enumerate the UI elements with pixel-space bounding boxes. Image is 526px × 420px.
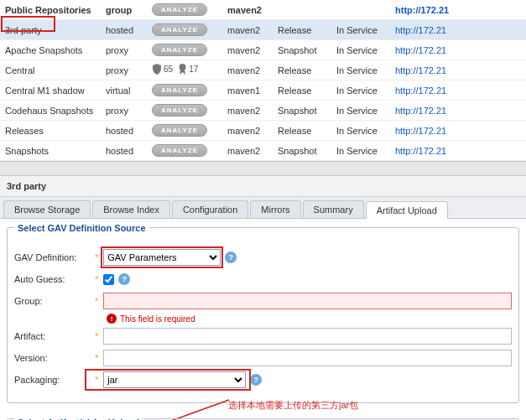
cell-url: http://172.21 <box>390 20 526 40</box>
col-url: http://172.21 <box>390 0 526 20</box>
cell-health: ANALYZE <box>147 121 222 141</box>
cell-type: hosted <box>101 121 147 141</box>
help-icon[interactable]: ? <box>118 273 130 285</box>
tab-browse-index[interactable]: Browse Index <box>92 200 170 218</box>
help-icon[interactable]: ? <box>250 374 262 386</box>
annotation-text: 选择本地需要上传的第三方jar包 <box>228 399 358 412</box>
tab-browse-storage[interactable]: Browse Storage <box>3 200 91 218</box>
gav-definition-label: GAV Definition: <box>14 252 90 262</box>
required-star: * <box>95 375 98 385</box>
repo-url-link[interactable]: http://172.21 <box>395 106 446 116</box>
repo-url-link[interactable]: http://172.21 <box>395 146 446 156</box>
cell-type: hosted <box>101 20 147 40</box>
cell-policy: Release <box>273 60 331 80</box>
cell-policy: Release <box>273 20 331 40</box>
cell-name: Central <box>0 60 101 80</box>
cell-type: proxy <box>101 60 147 80</box>
cell-status: In Service <box>331 141 390 161</box>
repo-url-link[interactable]: http://172.21 <box>395 86 446 96</box>
tab-strip: Browse StorageBrowse IndexConfigurationM… <box>0 197 526 219</box>
cell-type: virtual <box>101 80 147 101</box>
artifact-input[interactable] <box>103 328 512 345</box>
cell-type: hosted <box>101 141 147 161</box>
repo-url-link[interactable]: http://172.21 <box>395 25 446 35</box>
repo-url-link[interactable]: http://172.21 <box>395 126 446 136</box>
group-error: ! This field is required <box>107 314 512 324</box>
gav-definition-select[interactable]: GAV Parameters <box>103 249 221 266</box>
repo-url-link[interactable]: http://172.21 <box>395 65 446 75</box>
cell-policy: Snapshot <box>273 141 331 161</box>
shield-icon: 65 <box>152 64 173 75</box>
group-input[interactable] <box>103 293 512 309</box>
cell-format: maven2 <box>222 20 273 40</box>
cell-format: maven2 <box>222 40 273 60</box>
analyze-button[interactable]: ANALYZE <box>152 3 207 16</box>
gav-fieldset: Select GAV Definition Source GAV Definit… <box>7 227 519 403</box>
ribbon-icon: 17 <box>178 64 198 75</box>
cell-url: http://172.21 <box>390 40 526 60</box>
annotation-arrow <box>147 398 231 420</box>
version-input[interactable] <box>103 350 512 366</box>
cell-status: In Service <box>331 121 390 141</box>
table-row[interactable]: Centralproxy65 17maven2ReleaseIn Service… <box>0 60 526 80</box>
col-format: maven2 <box>222 0 273 20</box>
help-icon[interactable]: ? <box>225 251 237 263</box>
error-text: This field is required <box>120 314 195 324</box>
col-health: ANALYZE <box>147 0 222 20</box>
cell-name: Snapshots <box>0 141 101 161</box>
panel-title: 3rd party <box>0 176 526 197</box>
cell-health: ANALYZE <box>147 101 222 121</box>
col-policy <box>273 0 331 20</box>
repo-url-link[interactable]: http://172.21 <box>395 5 449 15</box>
analyze-button[interactable]: ANALYZE <box>152 23 207 36</box>
auto-guess-checkbox[interactable] <box>103 274 114 285</box>
cell-name: Releases <box>0 121 101 141</box>
cell-status: In Service <box>331 101 390 121</box>
table-row[interactable]: 3rd partyhostedANALYZEmaven2ReleaseIn Se… <box>0 20 526 40</box>
required-star: * <box>95 274 98 284</box>
table-header-row: Public Repositories group ANALYZE maven2… <box>0 0 526 20</box>
version-label: Version: <box>14 353 90 363</box>
table-row[interactable]: ReleaseshostedANALYZEmaven2ReleaseIn Ser… <box>0 121 526 141</box>
analyze-button[interactable]: ANALYZE <box>152 44 207 56</box>
cell-format: maven2 <box>222 101 273 121</box>
table-row[interactable]: Apache SnapshotsproxyANALYZEmaven2Snapsh… <box>0 40 526 60</box>
repositories-table: Public Repositories group ANALYZE maven2… <box>0 0 526 161</box>
cell-policy: Release <box>273 80 331 101</box>
analyze-button[interactable]: ANALYZE <box>152 124 207 137</box>
auto-guess-label: Auto Guess: <box>14 274 90 284</box>
packaging-select[interactable]: jar <box>103 371 246 388</box>
cell-name: Apache Snapshots <box>0 40 101 60</box>
cell-health: ANALYZE <box>147 141 222 161</box>
cell-format: maven2 <box>222 141 273 161</box>
svg-point-0 <box>180 64 186 70</box>
cell-name: Central M1 shadow <box>0 80 101 101</box>
cell-status: In Service <box>331 80 390 101</box>
required-star: * <box>95 252 98 262</box>
tab-artifact-upload[interactable]: Artifact Upload <box>366 201 448 219</box>
cell-health: 65 17 <box>147 60 222 80</box>
cell-policy: Snapshot <box>273 40 331 60</box>
cell-status: In Service <box>331 20 390 40</box>
cell-name: Codehaus Snapshots <box>0 101 101 121</box>
cell-health: ANALYZE <box>147 20 222 40</box>
repo-url-link[interactable]: http://172.21 <box>395 45 446 55</box>
cell-format: maven2 <box>222 121 273 141</box>
col-type: group <box>101 0 147 20</box>
tab-configuration[interactable]: Configuration <box>172 200 248 218</box>
error-icon: ! <box>107 314 117 324</box>
cell-url: http://172.21 <box>390 121 526 141</box>
cell-health: ANALYZE <box>147 80 222 101</box>
col-name: Public Repositories <box>0 0 101 20</box>
table-row[interactable]: Codehaus SnapshotsproxyANALYZEmaven2Snap… <box>0 101 526 121</box>
tab-mirrors[interactable]: Mirrors <box>250 200 300 218</box>
analyze-button[interactable]: ANALYZE <box>152 84 207 96</box>
cell-status: In Service <box>331 40 390 60</box>
analyze-button[interactable]: ANALYZE <box>152 104 207 117</box>
cell-type: proxy <box>101 101 147 121</box>
table-row[interactable]: SnapshotshostedANALYZEmaven2SnapshotIn S… <box>0 141 526 161</box>
analyze-button[interactable]: ANALYZE <box>152 144 207 157</box>
table-row[interactable]: Central M1 shadowvirtualANALYZEmaven1Rel… <box>0 80 526 101</box>
tab-summary[interactable]: Summary <box>303 200 364 218</box>
group-label: Group: <box>14 296 90 306</box>
